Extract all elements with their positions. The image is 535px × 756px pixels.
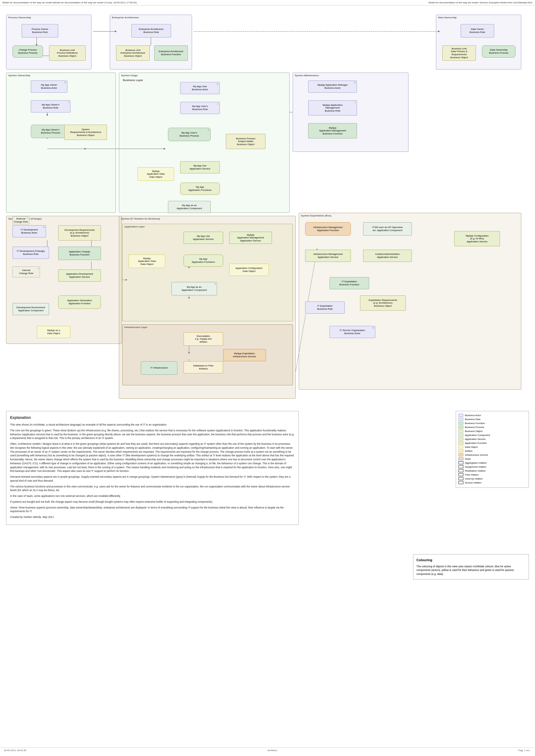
node-data-ownership-process-label: Data OwnershipBusiness Process <box>489 48 508 54</box>
legend-color-swatch <box>459 465 464 468</box>
node-myapp-app-funcs-it: My AppApplication Functions <box>183 255 223 267</box>
legend-item: Artifact <box>459 449 526 452</box>
legend-item: Business Role <box>459 418 526 421</box>
node-it-service-org-actor-label: IT Service OrganizationBusiness Actor <box>340 329 365 335</box>
legend-item-label: Realisation relation <box>465 469 486 472</box>
node-itsm-component-label: ITSM such as HP Openviewetc. Application… <box>372 226 403 232</box>
group-system-usage: System Usage Business Layer My App UserB… <box>119 72 290 213</box>
node-it-dev-change-role: IT Development (Change)Business Role <box>13 247 49 259</box>
node-dev-requirements-label: Development Requirements(e.g. Architectu… <box>64 229 95 238</box>
legend-item: Node <box>459 457 526 460</box>
node-bu-proc-def: Business UnitProcess DefinitionsBusiness… <box>49 45 86 61</box>
group-system-it-label: System (IT Solution for Business) <box>121 217 160 220</box>
node-myapp-user-process: My App User'sBusiness Process ▷ <box>168 128 211 141</box>
node-bu-data-label: Business UnitData Policies & Requirement… <box>443 47 475 59</box>
legend-color-swatch <box>459 445 464 448</box>
group-data-ownership: Data Ownership Data OwnerBusiness Role D… <box>436 14 521 70</box>
group-data-ownership-label: Data Ownership <box>438 16 457 19</box>
legend-color-swatch <box>459 449 464 452</box>
node-dev-requirements: Development Requirements(e.g. Architectu… <box>58 225 101 240</box>
node-it-infrastructure: IT Infrastructure <box>141 361 178 375</box>
node-myapp-user-actor: My App UserBusiness Actor ✕ <box>180 82 220 94</box>
explanation-p1: This view shows (in ArchiMate, a visual … <box>10 423 295 427</box>
legend-item-label: Business Actor <box>465 414 481 417</box>
legend-item-label: Application Function <box>465 442 487 444</box>
node-myapp-component-usage: My App as anApplication Component <box>168 201 211 213</box>
legend-color-swatch <box>459 457 464 460</box>
legend-item: Infrastructure Service <box>459 453 526 456</box>
header-right: Model for documentation of the way we mo… <box>429 1 533 4</box>
node-myapp-app-data-it: MyAppApplication DataData Object <box>129 255 165 268</box>
node-it-dev-actor: IT DevelopmentBusiness Actor ✕ <box>13 225 46 238</box>
legend-color-swatch <box>459 434 464 436</box>
node-dev-env-component: Development EnvironmentApplication Compo… <box>13 303 49 315</box>
node-myapp-config-service-label: MyApp Configuration(e.g. ini files)Appli… <box>466 235 489 243</box>
node-internal-change-role-label: InternalChange Role <box>19 269 34 275</box>
legend-item-label: Infrastructure Service <box>465 454 488 456</box>
node-myapp-owner-role: My App Owner'sBusiness Role □ <box>31 100 70 112</box>
legend-item: Flow relation <box>459 473 526 476</box>
node-myapp-as-data: MyApp as aData Object <box>37 326 70 338</box>
group-app-layer: Application Layer My App UseApplication … <box>122 224 293 321</box>
header-left: Model for documentation of the way we mo… <box>2 1 137 4</box>
explanation-created-by: Created by Gerben Wierda, May 2011 <box>10 515 295 519</box>
node-myapp-app-mgmt-role: MyApp ApplicationManagementBusiness Role… <box>308 100 357 116</box>
legend-color-swatch <box>459 414 464 417</box>
node-ea-function: Enterprise ArchitectureBusiness Function <box>154 45 188 61</box>
group-system-maintenance: System Maintenance MyApp Application Man… <box>293 72 408 152</box>
legend-item: Aggregation relation <box>459 461 526 464</box>
node-infra-mgmt-function-label: Infrastructure ManagementApplication Fun… <box>313 226 343 232</box>
page-header: Model for documentation of the way we mo… <box>0 0 535 6</box>
user-role-icon: □ <box>217 103 218 105</box>
legend-color-swatch <box>459 453 464 456</box>
explanation-p5: The various business functions and proce… <box>10 485 295 492</box>
node-myapp-app-functions: My AppApplication Functions <box>180 182 220 195</box>
node-databases-files-label: Databases or FilesArtifacts <box>193 364 214 370</box>
node-exploit-requirements: Exploitation Requirements(e.g. Architect… <box>360 295 406 311</box>
legend-item-label: Application Service <box>465 438 486 440</box>
legend-item-label: Node <box>465 458 471 460</box>
node-it-exploit-function-label: IT ExploitationBusiness Function <box>339 280 359 286</box>
legend-color-swatch <box>459 422 464 425</box>
footer-left: 18-05-2011 18:01:50 <box>4 749 26 752</box>
node-myapp-use-service-label: My App UseApplication Service <box>190 164 210 170</box>
node-app-change-function: Application ChangeBusiness Function <box>58 247 101 260</box>
legend-item-label: Business Process <box>465 426 484 429</box>
node-databases-files: Databases or FilesArtifacts <box>183 361 223 374</box>
explanation-section: Explanation This view shows (in ArchiMat… <box>6 411 299 525</box>
legend-color-swatch <box>459 473 464 476</box>
node-it-dev-change-role-label: IT Development (Change)Business Role <box>17 250 45 255</box>
node-data-owner-role-label: Data OwnerBusiness Role <box>469 28 485 34</box>
node-myapp-as-data-label: MyApp as aData Object <box>47 329 60 335</box>
legend-color-swatch <box>459 481 464 484</box>
legend-color-swatch <box>459 437 464 440</box>
explanation-p7: If systems are bought and not built, the… <box>10 500 295 504</box>
node-myapp-app-mgmt-svc-label: MyAppApplication ManagementApplication S… <box>237 234 264 242</box>
colouring-section: Colouring The colouring of objects in th… <box>413 554 529 579</box>
component-icon: ⊓ <box>214 283 216 285</box>
legend-item-label: Access relation <box>465 481 481 484</box>
node-bu-data-object: Business UnitData Policies & Requirement… <box>442 45 476 61</box>
legend-item: Assignment relation <box>459 465 526 468</box>
node-change-process: Change ProcessBusiness Process <box>13 45 43 58</box>
legend-item-label: Business Function <box>465 422 485 425</box>
mgmt-role-icon: □ <box>354 101 356 104</box>
node-system-req-arch-label: SystemRequirements & ArchitectureBusines… <box>70 128 101 137</box>
node-bp-subject-matter: Business ProcessSubject MatterBusiness O… <box>226 134 266 149</box>
node-executables-label: Executablese.g. myapp.exeArtifact <box>195 335 212 344</box>
node-myapp-app-data: MyAppApplication DataData Object <box>137 167 174 181</box>
legend-item: Access relation <box>459 481 526 484</box>
node-infra-mgmt-service: Infrastructure ManagementApplication Ser… <box>305 250 351 262</box>
explanation-p3: Often, Architecture models / designs lea… <box>10 442 295 473</box>
business-layer-label: Business Layer <box>122 78 145 82</box>
node-myapp-app-mgmt-function: MyAppApplication ManagementBusiness Func… <box>308 123 357 138</box>
colouring-text: The colouring of objects in this view us… <box>416 565 525 576</box>
user-process-icon: ▷ <box>208 129 210 131</box>
group-system-exploitation-label: System Exploitation (Run) <box>301 214 331 217</box>
node-myapp-as-component: My App as anApplication Component ⊓ <box>171 282 217 295</box>
node-myapp-user-actor-label: My App UserBusiness Actor <box>192 85 208 91</box>
node-ea-role: Enterprise ArchitectureBusiness Role <box>131 24 171 38</box>
legend-item-label: Artifact <box>465 450 472 452</box>
group-system-ownership: System Ownership My App OwnerBusiness Ac… <box>6 72 116 213</box>
node-myapp-use-svc: My App UseApplication Service <box>183 232 223 244</box>
